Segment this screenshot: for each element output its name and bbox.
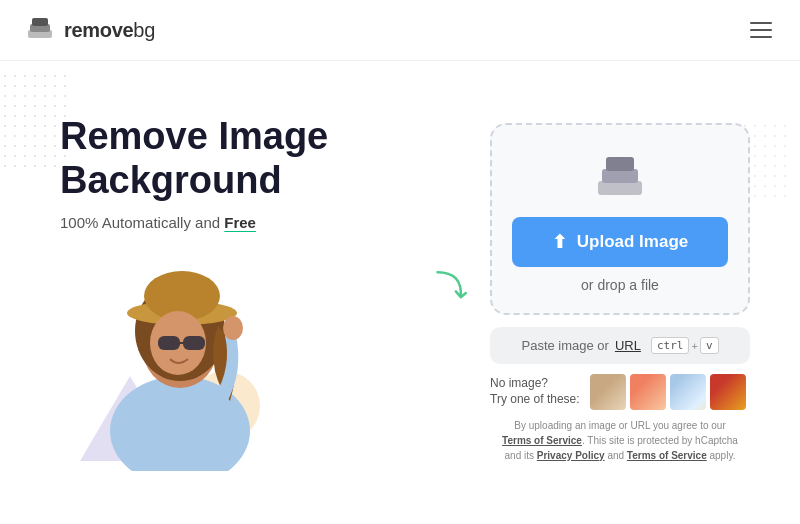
arrow-area [420,268,480,318]
svg-rect-10 [158,336,180,350]
hamburger-line-2 [750,29,772,31]
subline: 100% Automatically and Free [60,214,420,231]
paste-url-label[interactable]: URL [615,338,641,353]
kbd-ctrl: ctrl [651,337,690,354]
logo-icon [24,14,56,46]
sample-thumbs [590,374,746,410]
hamburger-menu[interactable] [746,18,776,42]
sample-images-row: No image? Try one of these: [490,374,750,410]
drop-text: or drop a file [581,277,659,293]
privacy-link[interactable]: Privacy Policy [537,450,605,461]
terms-link[interactable]: Terms of Service [502,435,582,446]
svg-rect-2 [32,18,48,26]
paste-bar: Paste image or URL ctrl + v [490,327,750,364]
sample-thumb-4[interactable] [710,374,746,410]
kbd-v: v [700,337,719,354]
keyboard-shortcut: ctrl + v [651,337,719,354]
sample-thumb-3[interactable] [670,374,706,410]
paste-prefix: Paste image or [521,338,608,353]
kbd-plus: + [691,340,697,352]
left-panel: Remove Image Background 100% Automatical… [60,115,420,471]
upload-card: ⬆ Upload Image or drop a file [490,123,750,315]
logo[interactable]: removebg [24,14,155,46]
svg-rect-11 [183,336,205,350]
arrow-icon [425,268,475,318]
main-content: Remove Image Background 100% Automatical… [0,61,800,524]
sample-thumb-2[interactable] [630,374,666,410]
right-panel: ⬆ Upload Image or drop a file Paste imag… [480,123,760,463]
layers-icon [592,153,648,203]
header: removebg [0,0,800,61]
sample-thumb-1[interactable] [590,374,626,410]
hero-woman [70,231,290,471]
svg-point-13 [223,316,243,340]
sample-label: No image? Try one of these: [490,376,580,407]
svg-rect-16 [606,157,634,171]
svg-rect-14 [598,181,642,195]
upload-arrow-icon: ⬆ [552,231,567,253]
terms-link-2[interactable]: Terms of Service [627,450,707,461]
terms-text: By uploading an image or URL you agree t… [500,418,740,463]
hamburger-line-3 [750,36,772,38]
logo-text: removebg [64,19,155,42]
upload-button[interactable]: ⬆ Upload Image [512,217,728,267]
upload-button-label: Upload Image [577,232,688,252]
svg-rect-15 [602,169,638,183]
hamburger-line-1 [750,22,772,24]
headline: Remove Image Background [60,115,420,202]
